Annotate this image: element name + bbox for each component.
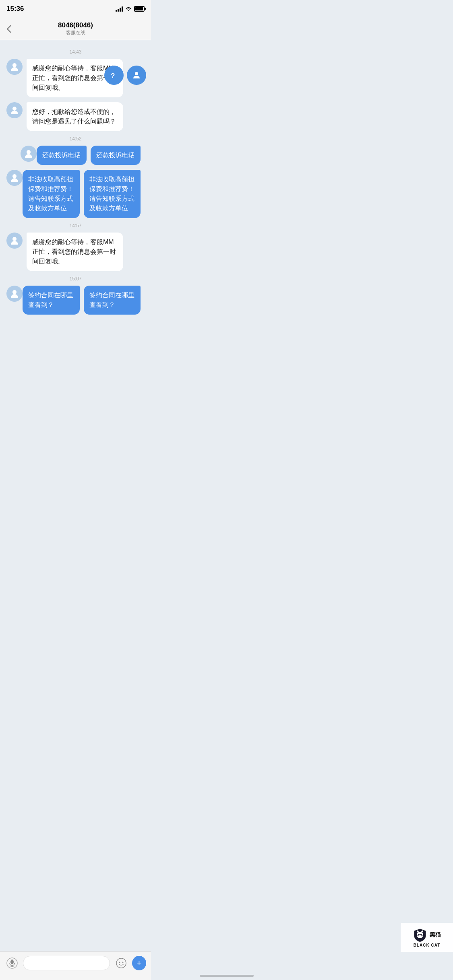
message-bubble: 您好，抱歉给您造成不便的，请问您是遇见了什么问题吗？ [27,102,123,131]
top-actions: ? [104,66,146,85]
message-row: 签约合同在哪里查看到？签约合同在哪里查看到？ [6,286,145,315]
svg-point-6 [12,237,17,241]
message-bubble: 非法收取高额担保费和推荐费！请告知联系方式及收款方单位 [23,170,80,218]
avatar [6,170,23,186]
message-bubble: 还款投诉电话 [91,146,141,165]
avatar [6,59,23,75]
avatar [6,286,23,302]
svg-point-4 [27,150,31,154]
message-bubble: 签约合同在哪里查看到？ [23,286,80,315]
nav-title-area: 8046(8046) 客服在线 [58,21,93,36]
message-row: 您好，抱歉给您造成不便的，请问您是遇见了什么问题吗？ [6,102,145,131]
avatar [6,102,23,118]
message-row: 非法收取高额担保费和推荐费！请告知联系方式及收款方单位非法收取高额担保费和推荐费… [6,170,145,218]
message-row: 感谢您的耐心等待，客服MM正忙，看到您的消息会第一时间回复哦。 [6,233,145,271]
svg-point-7 [12,290,17,294]
svg-point-5 [12,174,17,178]
question-button[interactable]: ? [104,66,124,85]
message-bubble: 非法收取高额担保费和推荐费！请告知联系方式及收款方单位 [84,170,141,218]
message-row: 还款投诉电话还款投诉电话 [6,146,145,165]
timestamp: 14:57 [6,223,145,229]
avatar [6,233,23,249]
svg-point-1 [135,72,138,75]
timestamp: 14:52 [6,136,145,142]
avatar [21,146,37,162]
status-icons [116,6,145,12]
svg-point-3 [12,107,17,111]
timestamp: 14:43 [6,49,145,55]
nav-title: 8046(8046) [58,21,93,29]
message-bubble: 签约合同在哪里查看到？ [84,286,141,315]
status-time: 15:36 [6,5,24,13]
timestamp: 15:07 [6,276,145,282]
svg-text:?: ? [111,72,115,80]
nav-bar: 8046(8046) 客服在线 [0,18,151,40]
message-bubble: 感谢您的耐心等待，客服MM正忙，看到您的消息会第一时间回复哦。 [27,233,123,271]
status-bar: 15:36 [0,0,151,18]
back-button[interactable] [6,25,11,33]
message-bubble: 还款投诉电话 [37,146,87,165]
profile-button[interactable] [127,66,146,85]
battery-icon [134,6,145,12]
wifi-icon [125,6,132,11]
signal-icon [116,6,123,12]
nav-subtitle: 客服在线 [58,29,93,36]
svg-point-2 [12,63,17,67]
